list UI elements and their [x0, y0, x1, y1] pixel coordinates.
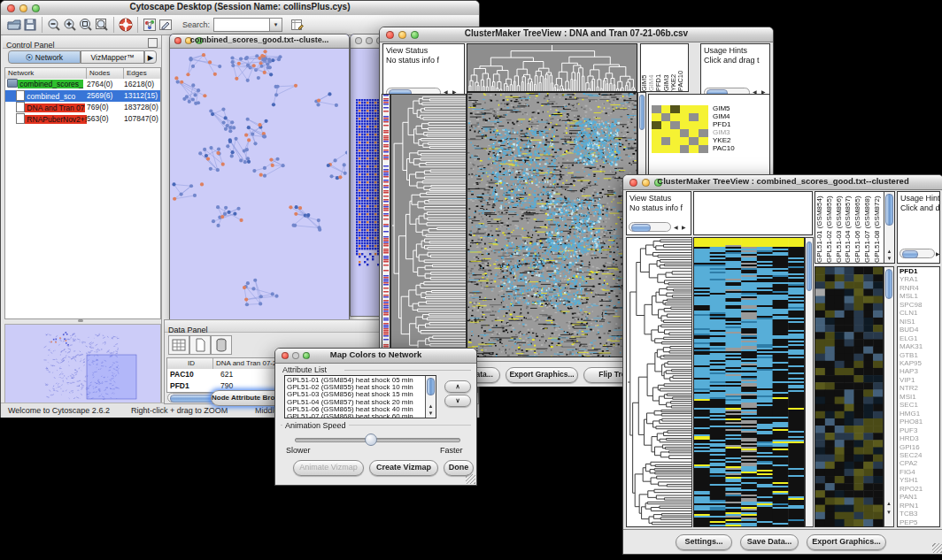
scroll-up-icon[interactable]: ▲: [884, 501, 893, 507]
tab-overflow-icon[interactable]: ▶: [144, 50, 157, 64]
tv2-export-graphics-button[interactable]: Export Graphics...: [807, 534, 886, 550]
tv2-heatmap[interactable]: [693, 237, 805, 527]
search-dropdown-icon[interactable]: ▾: [270, 18, 282, 32]
dialog-titlebar[interactable]: Map Colors to Network: [275, 349, 476, 364]
gene-label[interactable]: PAN1: [898, 493, 939, 501]
scroll-left-icon[interactable]: ◀: [674, 225, 678, 231]
new-attribute-icon[interactable]: [189, 335, 211, 355]
minimize-icon[interactable]: [366, 37, 373, 44]
gene-label[interactable]: YSH1: [898, 476, 939, 484]
gene-label[interactable]: TCB3: [898, 510, 939, 518]
network-row[interactable]: DNA and Tran 07769(0)183728(0): [5, 102, 160, 113]
gene-label[interactable]: GPI16: [898, 443, 939, 451]
gene-label[interactable]: PHO81: [898, 418, 939, 426]
gene-label[interactable]: SEC24: [898, 451, 939, 459]
gene-label[interactable]: ELG1: [898, 334, 939, 342]
gene-label[interactable]: CLN1: [898, 309, 939, 317]
gene-label[interactable]: NIS1: [898, 318, 939, 326]
scroll-down-icon[interactable]: ▼: [426, 410, 436, 417]
cytoscape-titlebar[interactable]: Cytoscape Desktop (Session Name: collins…: [1, 1, 479, 16]
scroll-down-icon[interactable]: ▼: [884, 510, 893, 516]
attr-col-id[interactable]: ID: [167, 358, 213, 369]
gene-label[interactable]: CPA2: [898, 459, 939, 467]
gene-label[interactable]: MAK31: [898, 342, 939, 350]
tv2-settings-button[interactable]: Settings...: [676, 534, 732, 550]
zoom-in-icon[interactable]: [62, 17, 78, 33]
move-up-button[interactable]: ∧: [444, 380, 471, 393]
tab-network[interactable]: ⦿ Network: [8, 50, 81, 64]
scroll-up-icon[interactable]: ▲: [884, 249, 894, 255]
scroll-up-icon[interactable]: ▲: [426, 403, 436, 410]
tv2-status-scrollbar[interactable]: [629, 222, 671, 232]
save-icon[interactable]: [22, 17, 38, 33]
network-row[interactable]: combined_sco2569(6)13112(15): [5, 90, 160, 102]
gene-label[interactable]: PFD1: [898, 267, 939, 275]
tv2-gene-dendrogram[interactable]: [626, 237, 692, 527]
float-panel-icon[interactable]: [148, 38, 158, 48]
gene-label[interactable]: YRA1: [898, 275, 939, 283]
tv2-collabel-scrollbar[interactable]: ▲ ▼: [884, 192, 894, 263]
gene-label[interactable]: HMG1: [898, 410, 939, 418]
treeview1-titlebar[interactable]: ClusterMaker TreeView : DNA and Tran 07-…: [380, 27, 773, 42]
gene-label[interactable]: FIG4: [898, 468, 939, 476]
gene-label[interactable]: HRD3: [898, 434, 939, 442]
gene-label[interactable]: RPN1: [898, 502, 939, 510]
tv1-export-graphics-button[interactable]: Export Graphics...: [506, 367, 578, 383]
tv2-zoom-vscrollbar[interactable]: ▲ ▼: [884, 266, 894, 527]
gene-label[interactable]: MON2: [898, 526, 939, 527]
zoom-fit-icon[interactable]: [94, 17, 110, 33]
splitter-handle[interactable]: [78, 319, 83, 322]
tab-vizmapper[interactable]: VizMapper™: [81, 50, 144, 64]
treeview2-titlebar[interactable]: ClusterMaker TreeView : combined_scores_…: [623, 175, 942, 190]
gene-label[interactable]: HAP3: [898, 367, 939, 375]
resize-grip[interactable]: [932, 543, 942, 553]
tv1-selection-strip[interactable]: [382, 94, 390, 357]
tv2-heatmap-vscrollbar[interactable]: [805, 237, 814, 527]
delete-attribute-icon[interactable]: [211, 335, 232, 355]
gene-label[interactable]: RPO21: [898, 485, 939, 493]
open-file-icon[interactable]: [6, 17, 22, 33]
gene-label[interactable]: MSL1: [898, 292, 939, 300]
network-row[interactable]: combined_scores_2764(0)16218(0): [5, 79, 160, 90]
tv2-column-dendrogram[interactable]: [693, 191, 813, 235]
tv1-heatmap[interactable]: [467, 92, 637, 357]
gene-label[interactable]: GTB1: [898, 351, 939, 359]
gene-label[interactable]: RNR4: [898, 284, 939, 292]
plugins-icon[interactable]: [142, 17, 158, 33]
zoom-out-icon[interactable]: [46, 17, 62, 33]
tv1-column-dendrogram[interactable]: [467, 43, 637, 92]
create-vizmap-button[interactable]: Create Vizmap: [369, 460, 438, 476]
tv1-zoom-matrix[interactable]: [652, 105, 708, 153]
annotation-icon[interactable]: [158, 17, 174, 33]
gene-label[interactable]: MSI1: [898, 393, 939, 401]
gene-label[interactable]: VIP1: [898, 376, 939, 384]
tv1-gene-dendrogram[interactable]: [390, 94, 467, 357]
gene-label[interactable]: SPC98: [898, 301, 939, 309]
tv2-zoom-heatmap[interactable]: [815, 266, 884, 527]
resize-grip[interactable]: [466, 474, 475, 484]
search-input[interactable]: [213, 18, 270, 32]
network-table-col-network[interactable]: Network: [5, 68, 87, 79]
tv2-usage-scrollbar[interactable]: [900, 249, 935, 258]
gene-label[interactable]: NTR2: [898, 384, 939, 392]
scroll-right-icon[interactable]: ▶: [936, 251, 940, 257]
gene-label[interactable]: PEP5: [898, 518, 939, 526]
gene-label[interactable]: KAP95: [898, 359, 939, 367]
zoom-selected-icon[interactable]: [78, 17, 94, 33]
gene-label[interactable]: PUF3: [898, 426, 939, 434]
tv2-save-data-button[interactable]: Save Data...: [740, 534, 799, 550]
tv2-gene-list[interactable]: PFD1YRA1RNR4MSL1SPC98CLN1NIS1BUD4ELG1MAK…: [897, 266, 940, 527]
scroll-right-icon[interactable]: ▶: [682, 225, 686, 231]
network-overview[interactable]: [4, 324, 161, 403]
close-icon[interactable]: [355, 37, 362, 44]
help-icon[interactable]: [118, 17, 134, 33]
attribute-list-scrollbar[interactable]: ▲ ▼: [425, 376, 436, 418]
network-table-col-edges[interactable]: Edges: [124, 68, 160, 79]
network-row[interactable]: RNAPuberNov2+!563(0)107847(0): [5, 113, 160, 125]
slider-thumb-icon[interactable]: [365, 433, 377, 446]
select-attributes-icon[interactable]: [168, 335, 189, 355]
gene-label[interactable]: BUD4: [898, 326, 939, 334]
gene-label[interactable]: SEC1: [898, 401, 939, 409]
animation-speed-slider[interactable]: [295, 438, 460, 442]
animate-vizmap-button[interactable]: Animate Vizmap: [293, 460, 364, 476]
